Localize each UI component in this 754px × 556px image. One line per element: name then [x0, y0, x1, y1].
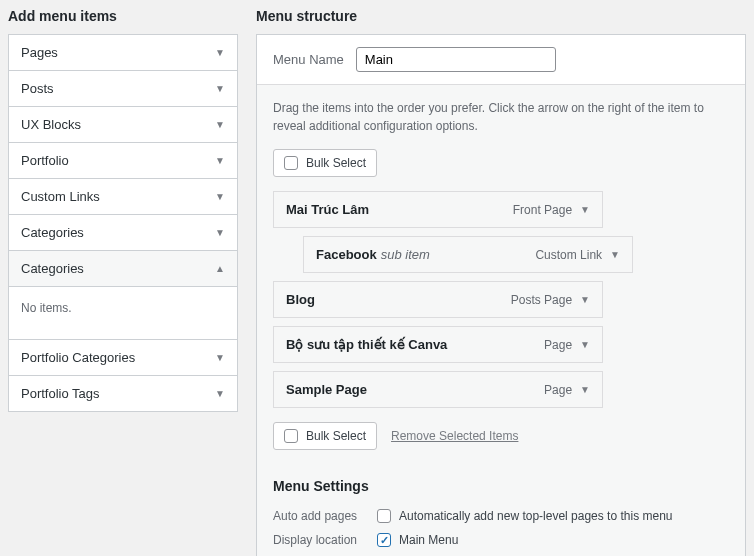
accordion-label: Pages [21, 45, 58, 60]
accordion-panel-portfolio-categories-7[interactable]: Portfolio Categories▼ [9, 340, 237, 375]
menu-structure-heading: Menu structure [256, 8, 746, 24]
menu-item-title: Facebooksub item [316, 247, 430, 262]
remove-selected-link[interactable]: Remove Selected Items [391, 429, 518, 443]
accordion-label: Custom Links [21, 189, 100, 204]
menu-edit-frame: Menu Name Drag the items into the order … [256, 34, 746, 556]
chevron-down-icon[interactable]: ▼ [580, 204, 590, 215]
accordion-panel-ux-blocks-2[interactable]: UX Blocks▼ [9, 107, 237, 142]
chevron-down-icon: ▼ [215, 119, 225, 130]
sub-item-tag: sub item [381, 247, 430, 262]
menu-item[interactable]: Facebooksub itemCustom Link▼ [303, 236, 633, 273]
bulk-select-top[interactable]: Bulk Select [273, 149, 377, 177]
menu-item[interactable]: Mai Trúc LâmFront Page▼ [273, 191, 603, 228]
chevron-down-icon: ▼ [215, 352, 225, 363]
menu-item-type: Custom Link▼ [535, 248, 620, 262]
chevron-down-icon: ▼ [215, 227, 225, 238]
accordion-label: Portfolio Categories [21, 350, 135, 365]
add-items-accordion: Pages▼Posts▼UX Blocks▼Portfolio▼Custom L… [8, 34, 238, 412]
menu-item[interactable]: BlogPosts Page▼ [273, 281, 603, 318]
accordion-label: Portfolio [21, 153, 69, 168]
accordion-panel-portfolio-3[interactable]: Portfolio▼ [9, 143, 237, 178]
display-location-label: Display location [273, 533, 363, 547]
accordion-body: No items. [9, 286, 237, 339]
checkbox-checked-icon: ✓ [377, 533, 391, 547]
menu-header: Menu Name [257, 35, 745, 85]
chevron-up-icon: ▲ [215, 263, 225, 274]
accordion-panel-portfolio-tags-8[interactable]: Portfolio Tags▼ [9, 376, 237, 411]
chevron-down-icon[interactable]: ▼ [610, 249, 620, 260]
menu-item-title: Blog [286, 292, 315, 307]
auto-add-checkbox[interactable]: Automatically add new top-level pages to… [377, 509, 673, 523]
accordion-panel-categories-5[interactable]: Categories▼ [9, 215, 237, 250]
bulk-select-bottom[interactable]: Bulk Select [273, 422, 377, 450]
menu-items-list: Mai Trúc LâmFront Page▼Facebooksub itemC… [273, 191, 729, 408]
accordion-panel-custom-links-4[interactable]: Custom Links▼ [9, 179, 237, 214]
checkbox-icon [377, 509, 391, 523]
chevron-down-icon: ▼ [215, 191, 225, 202]
menu-item-type: Front Page▼ [513, 203, 590, 217]
menu-item-title: Bộ sưu tập thiết kế Canva [286, 337, 447, 352]
drag-instructions: Drag the items into the order you prefer… [273, 99, 729, 135]
chevron-down-icon: ▼ [215, 388, 225, 399]
display-location-checkbox[interactable]: ✓ Main Menu [377, 533, 458, 547]
chevron-down-icon[interactable]: ▼ [580, 294, 590, 305]
chevron-down-icon[interactable]: ▼ [580, 339, 590, 350]
accordion-label: Portfolio Tags [21, 386, 100, 401]
menu-item[interactable]: Bộ sưu tập thiết kế CanvaPage▼ [273, 326, 603, 363]
auto-add-label: Auto add pages [273, 509, 363, 523]
accordion-label: Categories [21, 225, 84, 240]
menu-item-title: Sample Page [286, 382, 367, 397]
accordion-panel-pages-0[interactable]: Pages▼ [9, 35, 237, 70]
accordion-panel-categories-6[interactable]: Categories▲ [9, 251, 237, 286]
chevron-down-icon: ▼ [215, 47, 225, 58]
accordion-panel-posts-1[interactable]: Posts▼ [9, 71, 237, 106]
bulk-checkbox-icon [284, 156, 298, 170]
chevron-down-icon: ▼ [215, 83, 225, 94]
menu-settings-heading: Menu Settings [273, 478, 729, 494]
accordion-label: Posts [21, 81, 54, 96]
accordion-label: UX Blocks [21, 117, 81, 132]
menu-item-title: Mai Trúc Lâm [286, 202, 369, 217]
add-items-heading: Add menu items [8, 8, 238, 24]
accordion-label: Categories [21, 261, 84, 276]
menu-name-input[interactable] [356, 47, 556, 72]
chevron-down-icon[interactable]: ▼ [580, 384, 590, 395]
menu-name-label: Menu Name [273, 52, 344, 67]
menu-item-type: Page▼ [544, 338, 590, 352]
menu-item[interactable]: Sample PagePage▼ [273, 371, 603, 408]
chevron-down-icon: ▼ [215, 155, 225, 166]
menu-item-type: Posts Page▼ [511, 293, 590, 307]
bulk-checkbox-icon [284, 429, 298, 443]
menu-item-type: Page▼ [544, 383, 590, 397]
